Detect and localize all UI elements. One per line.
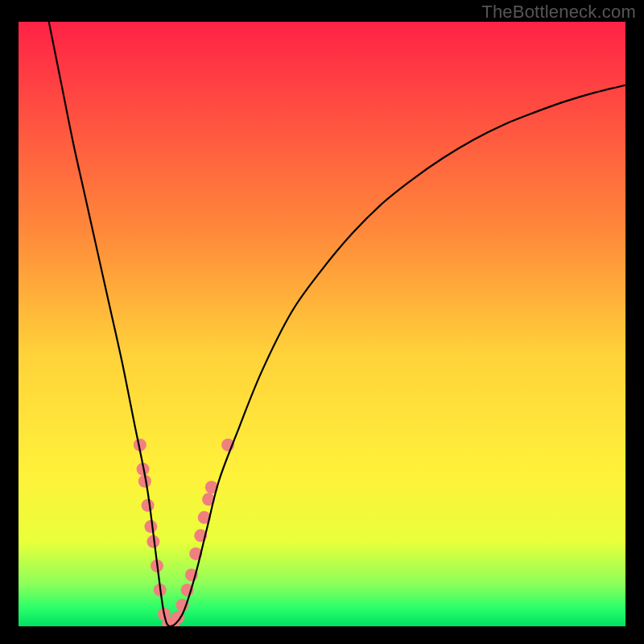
bottleneck-curve <box>49 22 625 626</box>
data-dot <box>144 520 157 533</box>
curve-layer <box>19 22 625 626</box>
watermark-text: TheBottleneck.com <box>481 2 636 23</box>
data-dot <box>142 499 155 512</box>
chart-container: TheBottleneck.com <box>0 0 644 644</box>
data-dots <box>134 439 234 626</box>
plot-area <box>19 22 625 626</box>
